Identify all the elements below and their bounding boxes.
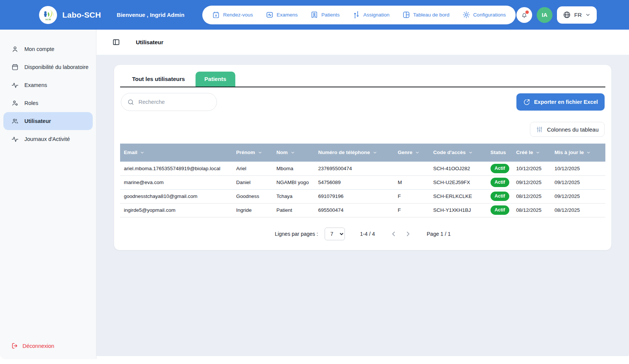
app-window: SCH Labo-SCH Bienvenue , Ingrid Admin 8 … bbox=[0, 0, 629, 359]
main-nav: 8 Rendez-vous Examens Patients bbox=[202, 6, 515, 24]
sidebar-item-label: Journaux d'Activité bbox=[24, 136, 70, 142]
column-header-genre[interactable]: Genre bbox=[395, 144, 430, 162]
previous-page-button[interactable] bbox=[390, 230, 397, 238]
page-indicator: Page 1 / 1 bbox=[427, 231, 451, 237]
export-excel-label: Exporter en fichier Excel bbox=[534, 99, 598, 105]
cell-email: ingirde5@yopmail.com bbox=[120, 203, 233, 217]
cell-nom: Patient bbox=[274, 203, 315, 217]
pagination: Lignes par pages : 7 1-4 / 4 bbox=[120, 228, 605, 240]
rows-per-page-select[interactable]: 7 bbox=[325, 228, 345, 240]
users-card: Tout les utilisateurs Patients bbox=[114, 64, 612, 250]
sidebar-item-mon-compte[interactable]: Mon compte bbox=[3, 40, 93, 58]
status-badge: Actif bbox=[491, 164, 509, 173]
sort-chevron-icon bbox=[140, 150, 144, 155]
calendar-icon bbox=[11, 63, 19, 71]
notification-dot bbox=[525, 10, 529, 14]
sidebar-item-utilisateur[interactable]: Utilisateur bbox=[3, 112, 93, 130]
nav-item-assignation[interactable]: Assignation bbox=[352, 11, 390, 19]
cell-cree-le: 10/12/2025 bbox=[513, 162, 551, 175]
search-box bbox=[121, 93, 217, 111]
nav-item-label: Tableau de bord bbox=[413, 12, 450, 18]
cell-cree-le: 08/12/2025 bbox=[513, 189, 551, 203]
status-badge: Actif bbox=[491, 205, 509, 215]
column-header-email[interactable]: Email bbox=[120, 144, 233, 162]
sidebar-item-label: Disponibilité du laboratoire bbox=[24, 64, 89, 70]
nav-item-configurations[interactable]: Configurations bbox=[462, 11, 506, 19]
cell-email: goodnesstchaya810@gmail.com bbox=[120, 189, 233, 203]
table-header: Email Prénom Nom Numéro de téléphone Gen… bbox=[120, 144, 605, 162]
search-input[interactable] bbox=[138, 99, 202, 105]
svg-text:SCH: SCH bbox=[45, 18, 51, 21]
nav-item-label: Patients bbox=[321, 12, 340, 18]
cell-nom: NGAMBI yogo bbox=[274, 175, 315, 189]
globe-icon bbox=[563, 11, 571, 19]
patient-badge-icon bbox=[310, 11, 318, 19]
sidebar-item-examens[interactable]: Examens bbox=[3, 76, 93, 94]
rows-per-page-label: Lignes par pages : bbox=[275, 231, 318, 237]
logout-icon bbox=[11, 342, 18, 349]
brand-name: Labo-SCH bbox=[62, 10, 101, 19]
table-row[interactable]: marine@eva.com Daniel NGAMBI yogo 547560… bbox=[120, 175, 605, 189]
language-selector[interactable]: FR bbox=[557, 6, 597, 24]
header-actions: IA FR bbox=[516, 6, 597, 24]
sidebar-item-label: Roles bbox=[24, 100, 38, 106]
nav-item-patients[interactable]: Patients bbox=[310, 11, 340, 19]
export-excel-button[interactable]: Exporter en fichier Excel bbox=[516, 93, 605, 111]
sort-chevron-icon bbox=[415, 150, 420, 155]
next-page-button[interactable] bbox=[404, 230, 412, 238]
sidebar-toggle-icon[interactable] bbox=[112, 38, 120, 46]
table-row[interactable]: ariel.mboma.1765355748919@biolap.local A… bbox=[120, 162, 605, 175]
column-header-telephone[interactable]: Numéro de téléphone bbox=[315, 144, 395, 162]
sidebar-item-journaux[interactable]: Journaux d'Activité bbox=[3, 130, 93, 148]
search-icon bbox=[127, 99, 134, 106]
page-title: Utilisateur bbox=[136, 39, 163, 45]
sort-chevron-icon bbox=[536, 150, 540, 155]
column-header-mis-a-jour-le[interactable]: Mis à jour le bbox=[551, 144, 605, 162]
swap-arrows-icon bbox=[352, 11, 360, 19]
sidebar-item-disponibilite[interactable]: Disponibilité du laboratoire bbox=[3, 58, 93, 76]
sidebar-item-label: Mon compte bbox=[24, 46, 54, 52]
cell-telephone: 691079196 bbox=[315, 189, 395, 203]
notifications-button[interactable] bbox=[516, 7, 532, 23]
exam-monitor-icon bbox=[266, 11, 274, 19]
cell-prenom: Goodness bbox=[233, 189, 273, 203]
sidebar-item-roles[interactable]: Roles bbox=[3, 94, 93, 112]
activity-icon bbox=[11, 81, 19, 89]
brand: SCH Labo-SCH bbox=[39, 6, 101, 24]
chevron-down-icon bbox=[585, 12, 591, 18]
users-table: Email Prénom Nom Numéro de téléphone Gen… bbox=[120, 144, 605, 217]
cell-code-acces: SCH-U2EJ59FX bbox=[430, 175, 488, 189]
cell-mis-a-jour-le: 09/12/2025 bbox=[551, 189, 605, 203]
table-row[interactable]: ingirde5@yopmail.com Ingride Patient 695… bbox=[120, 203, 605, 217]
column-header-prenom[interactable]: Prénom bbox=[233, 144, 273, 162]
user-avatar[interactable]: IA bbox=[537, 7, 552, 23]
nav-item-tableau-de-bord[interactable]: Tableau de bord bbox=[402, 11, 450, 19]
column-header-nom[interactable]: Nom bbox=[274, 144, 315, 162]
tab-tout-les-utilisateurs[interactable]: Tout les utilisateurs bbox=[125, 72, 192, 87]
column-header-cree-le[interactable]: Créé le bbox=[513, 144, 551, 162]
cell-nom: Mboma bbox=[274, 162, 315, 175]
app-logo: SCH bbox=[39, 6, 57, 24]
logout-button[interactable]: Déconnexion bbox=[11, 342, 54, 349]
nav-item-examens[interactable]: Examens bbox=[266, 11, 298, 19]
table-columns-button[interactable]: Colonnes du tableau bbox=[530, 122, 605, 137]
column-header-code-acces[interactable]: Code d'accès bbox=[430, 144, 488, 162]
sidebar: Mon compte Disponibilité du laboratoire … bbox=[0, 30, 96, 359]
table-row[interactable]: goodnesstchaya810@gmail.com Goodness Tch… bbox=[120, 189, 605, 203]
welcome-text: Bienvenue , Ingrid Admin bbox=[117, 12, 184, 18]
cell-cree-le: 08/12/2025 bbox=[513, 203, 551, 217]
dashboard-layout-icon bbox=[402, 11, 410, 19]
nav-item-rendez-vous[interactable]: 8 Rendez-vous bbox=[212, 11, 253, 19]
language-label: FR bbox=[574, 12, 582, 18]
cell-genre: M bbox=[395, 175, 430, 189]
svg-text:8: 8 bbox=[215, 14, 217, 17]
tabs: Tout les utilisateurs Patients bbox=[120, 72, 605, 87]
pagination-range: 1-4 / 4 bbox=[360, 231, 375, 237]
cell-prenom: Daniel bbox=[233, 175, 273, 189]
sidebar-item-label: Utilisateur bbox=[24, 118, 51, 124]
cell-code-acces: SCH-ERLKCLKE bbox=[430, 189, 488, 203]
nav-item-label: Configurations bbox=[473, 12, 506, 18]
cell-genre: F bbox=[395, 189, 430, 203]
export-icon bbox=[523, 99, 530, 106]
tab-patients[interactable]: Patients bbox=[196, 72, 235, 87]
